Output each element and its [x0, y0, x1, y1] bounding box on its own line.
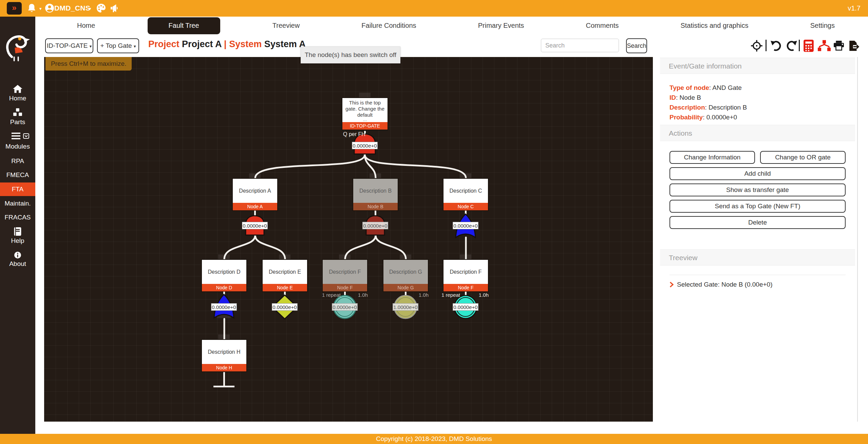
node-id-bar: Node D — [202, 284, 246, 291]
toolbar-divider — [766, 40, 767, 51]
sidebar-item-rpa[interactable]: RPA — [0, 157, 35, 165]
top-bar: » ▾ DMD_CNS ▾ v1.7 — [0, 0, 868, 17]
search-input[interactable] — [541, 39, 619, 52]
node-id-bar: Node F — [323, 284, 367, 291]
tab-fault-tree[interactable]: Fault Tree — [148, 17, 220, 34]
diagram-layout-icon[interactable] — [818, 40, 831, 52]
app-version: v1.7 — [848, 4, 861, 12]
repeat-label: 1 repeat — [322, 292, 341, 298]
change-to-or-gate-button[interactable]: Change to OR gate — [760, 151, 846, 164]
user-menu[interactable]: DMD_CNS — [54, 4, 90, 12]
calculate-icon[interactable] — [804, 40, 814, 52]
home-icon[interactable] — [13, 84, 23, 93]
sidebar-item-fracas[interactable]: FRACAS — [0, 214, 35, 221]
node-id-bar: Node F — [444, 284, 488, 291]
print-icon[interactable] — [833, 40, 844, 52]
node-id-bar: Node B — [353, 203, 398, 210]
tab-home[interactable]: Home — [68, 17, 105, 34]
tab-treeview[interactable]: Treeview — [263, 17, 309, 34]
caret-down-icon: ▾ — [90, 44, 92, 49]
sidebar-item-modules[interactable]: Modules — [0, 143, 35, 150]
sidebar-item-about[interactable]: About — [0, 260, 35, 268]
probability-label: 0.0000e+0 — [362, 222, 388, 229]
probability-label: 0.0000e+0 — [211, 303, 237, 311]
terminator-bar — [213, 386, 234, 387]
help-icon[interactable] — [14, 227, 22, 236]
node-id-bar: Node E — [263, 284, 307, 291]
repeat-label: 1 repeat — [441, 292, 460, 298]
chevron-right-icon — [669, 282, 674, 288]
modules-icon[interactable] — [12, 133, 20, 139]
delete-button[interactable]: Delete — [669, 216, 846, 229]
undo-icon[interactable] — [770, 40, 782, 52]
gate-selector-dropdown[interactable]: ID-TOP-GATE ▾ — [45, 38, 93, 53]
show-as-transfer-gate-button[interactable]: Show as transfer gate — [669, 184, 846, 196]
tab-failure-conditions[interactable]: Failure Conditions — [352, 17, 426, 34]
section-header-treeview: Treeview — [660, 249, 855, 266]
add-top-gate-dropdown[interactable]: + Top Gate ▾ — [97, 38, 139, 53]
tab-primary-events[interactable]: Primary Events — [469, 17, 534, 34]
sidebar-item-fmeca[interactable]: FMECA — [0, 171, 35, 179]
node-id-bar: ID-TOP-GATE — [342, 122, 388, 130]
probability-label: 0.0000e+0 — [272, 303, 298, 311]
user-avatar-icon[interactable] — [45, 3, 54, 13]
theme-palette-icon[interactable] — [96, 3, 106, 13]
notifications-caret-icon[interactable]: ▾ — [39, 6, 42, 11]
dmd-bird-logo — [3, 30, 32, 62]
probability-label: 0.0000e+0 — [242, 222, 268, 229]
about-info-icon[interactable] — [14, 251, 21, 259]
tab-settings[interactable]: Settings — [801, 17, 844, 34]
node-info-description: Description: Description B — [669, 102, 747, 112]
fault-tree-canvas[interactable]: Press Ctrl+M to maximize. This is the to… — [44, 57, 653, 422]
fault-tree-toolbar: ID-TOP-GATE ▾ + Top Gate ▾ Project Proje… — [35, 34, 868, 57]
sidebar-item-home[interactable]: Home — [0, 95, 35, 102]
node-id-bar: Node H — [202, 364, 246, 371]
treeview-divider — [669, 275, 846, 275]
event-gate-panel: Event/Gate information Type of node: AND… — [660, 57, 858, 422]
node-id-bar: Node A — [233, 203, 277, 210]
export-file-icon[interactable] — [848, 40, 859, 52]
modules-toggle-icon[interactable] — [23, 133, 29, 139]
q-per-fh-label: Q per FH — [343, 131, 365, 137]
node-info-type: Type of node: AND Gate — [669, 83, 742, 93]
search-button[interactable]: Search — [626, 38, 647, 53]
sidebar-item-fta[interactable]: FTA — [0, 182, 35, 196]
tab-comments[interactable]: Comments — [577, 17, 628, 34]
sidebar-item-parts[interactable]: Parts — [0, 118, 35, 126]
probability-label: 0.0000e+0 — [453, 222, 478, 229]
redo-icon[interactable] — [786, 40, 797, 52]
project-system-title: Project Project A | System System A — [148, 39, 306, 50]
announcements-megaphone-icon[interactable] — [110, 3, 119, 13]
sidebar-item-help[interactable]: Help — [0, 237, 35, 245]
node-info-id: ID: Node B — [669, 93, 701, 102]
treeview-selected-gate[interactable]: Selected Gate: Node B (0.00e+0) — [669, 281, 772, 288]
hours-label: 1.0h — [358, 292, 368, 298]
notifications-bell-icon[interactable] — [27, 3, 36, 14]
main-tab-bar: Home Fault Tree Treeview Failure Conditi… — [35, 17, 868, 34]
node-id-bar: Node C — [444, 203, 488, 210]
add-child-button[interactable]: Add child — [669, 167, 846, 180]
toolbar-divider — [799, 40, 800, 51]
node-id-bar: Node G — [383, 284, 428, 291]
hours-label: 1.0h — [419, 292, 429, 298]
node-info-probability: Probability: 0.0000e+0 — [669, 112, 737, 122]
fta-application: » ▾ DMD_CNS ▾ v1.7 Home Fault Tree Treev… — [0, 0, 868, 444]
probability-label: 1.0000e+0 — [393, 303, 418, 311]
send-as-top-gate-button[interactable]: Send as a Top Gate (New FT) — [669, 200, 846, 213]
change-information-button[interactable]: Change Information — [669, 151, 755, 164]
parts-icon[interactable] — [13, 108, 22, 116]
probability-label: 0.0000e+0 — [332, 303, 358, 311]
switch-off-tooltip: The node(s) has been switch off — [301, 46, 400, 63]
module-sidebar: Home Parts Modules RPA FMECA FTA Maintai… — [0, 17, 35, 434]
footer-copyright: Copyright (c) 2018-2023, DMD Solutions — [0, 434, 868, 444]
hours-label: 1.0h — [479, 292, 489, 298]
sidebar-collapse-button[interactable]: » — [7, 2, 22, 15]
section-header-actions: Actions — [660, 125, 855, 141]
probability-label: 0.0000e+0 — [453, 303, 478, 311]
tab-statistics[interactable]: Statistics and graphics — [671, 17, 758, 34]
center-view-icon[interactable] — [751, 40, 763, 52]
sidebar-item-maintain[interactable]: Maintain. — [0, 200, 35, 207]
user-caret-icon[interactable]: ▾ — [89, 6, 91, 11]
panel-scrollbar[interactable] — [857, 57, 858, 422]
probability-label: 0.0000e+0 — [352, 142, 378, 149]
